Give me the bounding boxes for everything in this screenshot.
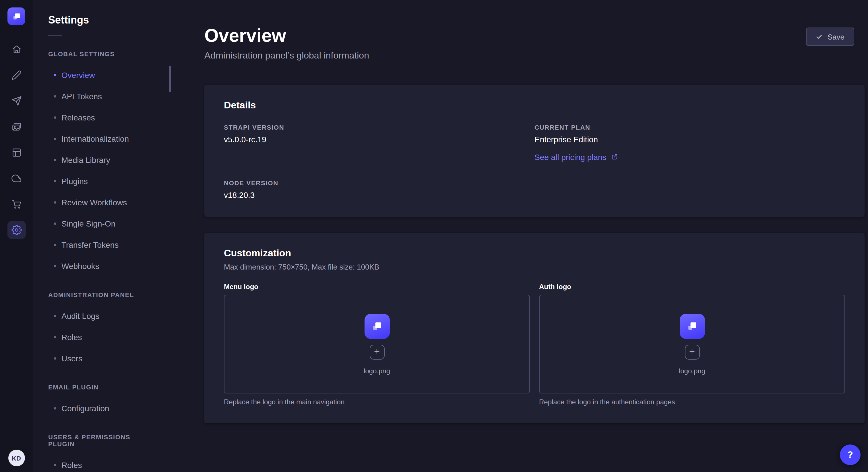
settings-subnav: Settings GLOBAL SETTINGSOverviewAPI Toke… [33, 0, 172, 472]
sidebar-item-label: Overview [61, 70, 95, 79]
save-button-label: Save [828, 32, 844, 41]
page-header-text: Overview Administration panel’s global i… [205, 25, 369, 61]
home-icon[interactable] [7, 40, 26, 59]
bullet-icon [54, 243, 56, 246]
settings-sections: GLOBAL SETTINGSOverviewAPI TokensRelease… [33, 50, 172, 472]
section-label: EMAIL PLUGIN [33, 384, 172, 391]
bullet-icon [54, 95, 56, 97]
sidebar-item-configuration[interactable]: Configuration [33, 398, 172, 419]
detail-field-value: v18.20.3 [224, 191, 534, 200]
uploads-grid: Menu logologo.pngReplace the logo in the… [224, 283, 845, 406]
subnav-scrollbar-thumb[interactable] [169, 66, 171, 92]
sidebar-item-label: Internationalization [61, 134, 129, 143]
sidebar-item-api-tokens[interactable]: API Tokens [33, 86, 172, 107]
cloud-icon[interactable] [7, 169, 26, 188]
strapi-mark-icon [364, 313, 390, 339]
sidebar-item-label: Releases [61, 113, 95, 122]
sidebar-item-label: Webhooks [61, 261, 99, 270]
settings-section: ADMINISTRATION PANELAudit LogsRolesUsers [33, 291, 172, 369]
sidebar-item-label: Roles [61, 460, 82, 469]
logo-dropzone[interactable]: logo.png [224, 295, 530, 394]
sidebar-item-users[interactable]: Users [33, 347, 172, 369]
strapi-logo[interactable] [7, 7, 25, 25]
bullet-icon [54, 265, 56, 267]
detail-field-value: v5.0.0-rc.19 [224, 135, 534, 144]
details-grid: STRAPI VERSIONv5.0.0-rc.19CURRENT PLANEn… [224, 124, 845, 200]
bullet-icon [54, 180, 56, 182]
plus-icon [373, 347, 381, 357]
rail-nav-items [7, 40, 26, 239]
sidebar-item-roles[interactable]: Roles [33, 454, 172, 472]
gear-icon[interactable] [7, 221, 26, 239]
layout-icon[interactable] [7, 143, 26, 162]
sidebar-item-internationalization[interactable]: Internationalization [33, 128, 172, 149]
details-card: Details STRAPI VERSIONv5.0.0-rc.19CURREN… [205, 85, 865, 217]
sidebar-item-audit-logs[interactable]: Audit Logs [33, 305, 172, 326]
detail-field: CURRENT PLANEnterprise EditionSee all pr… [534, 124, 845, 162]
sidebar-item-overview[interactable]: Overview [33, 64, 172, 86]
sidebar-item-label: Roles [61, 332, 82, 341]
save-button[interactable]: Save [806, 28, 854, 46]
sidebar-item-review-workflows[interactable]: Review Workflows [33, 192, 172, 213]
section-items: OverviewAPI TokensReleasesInternationali… [33, 64, 172, 276]
sidebar-item-media-library[interactable]: Media Library [33, 149, 172, 170]
detail-field: STRAPI VERSIONv5.0.0-rc.19 [224, 124, 534, 162]
sidebar-item-transfer-tokens[interactable]: Transfer Tokens [33, 234, 172, 255]
content-area: Details STRAPI VERSIONv5.0.0-rc.19CURREN… [172, 85, 868, 423]
upload-field-label: Auth logo [539, 283, 845, 291]
bullet-icon [54, 201, 56, 203]
section-items: Configuration [33, 398, 172, 419]
settings-section: GLOBAL SETTINGSOverviewAPI TokensRelease… [33, 50, 172, 276]
add-logo-button[interactable] [685, 344, 700, 359]
upload-hint: Replace the logo in the main navigation [224, 398, 530, 406]
strapi-mark-icon [679, 313, 705, 339]
detail-field-label: STRAPI VERSION [224, 124, 534, 131]
sidebar-item-label: Media Library [61, 155, 110, 164]
details-card-title: Details [224, 100, 845, 111]
logo-upload-field-menu-logo: Menu logologo.pngReplace the logo in the… [224, 283, 530, 406]
sidebar-item-label: Review Workflows [61, 198, 127, 207]
upload-field-label: Menu logo [224, 283, 530, 291]
pencil-icon[interactable] [7, 66, 26, 84]
sidebar-item-releases[interactable]: Releases [33, 107, 172, 128]
images-icon[interactable] [7, 117, 26, 136]
main-nav-rail: KD [0, 0, 33, 472]
settings-section: EMAIL PLUGINConfiguration [33, 384, 172, 419]
sidebar-item-single-sign-on[interactable]: Single Sign-On [33, 213, 172, 234]
detail-field-label: CURRENT PLAN [534, 124, 845, 131]
pricing-plans-link[interactable]: See all pricing plans [534, 153, 618, 162]
pricing-plans-link-label: See all pricing plans [534, 153, 607, 162]
logo-filename: logo.png [364, 367, 390, 375]
page-header: Overview Administration panel’s global i… [172, 0, 868, 61]
logo-upload-field-auth-logo: Auth logologo.pngReplace the logo in the… [539, 283, 845, 406]
bullet-icon [54, 74, 56, 76]
cart-icon[interactable] [7, 195, 26, 213]
section-label: ADMINISTRATION PANEL [33, 291, 172, 298]
strapi-mark-icon [11, 11, 22, 22]
subnav-title: Settings [33, 14, 172, 26]
help-button[interactable]: ? [840, 444, 861, 465]
bullet-icon [54, 159, 56, 161]
settings-section: USERS & PERMISSIONS PLUGINRolesProviders [33, 434, 172, 472]
logo-filename: logo.png [679, 367, 705, 375]
customization-card-title: Customization [224, 248, 845, 259]
sidebar-item-label: Single Sign-On [61, 219, 115, 228]
paper-plane-icon[interactable] [7, 92, 26, 110]
sidebar-item-roles[interactable]: Roles [33, 326, 172, 347]
section-label: USERS & PERMISSIONS PLUGIN [33, 434, 172, 447]
section-items: RolesProviders [33, 454, 172, 472]
user-avatar[interactable]: KD [8, 450, 25, 466]
page-subtitle: Administration panel’s global informatio… [205, 50, 369, 61]
add-logo-button[interactable] [369, 344, 384, 359]
plus-icon [688, 347, 696, 357]
sidebar-item-label: Users [61, 353, 82, 363]
sidebar-item-plugins[interactable]: Plugins [33, 170, 172, 192]
sidebar-item-webhooks[interactable]: Webhooks [33, 255, 172, 276]
bullet-icon [54, 357, 56, 359]
customization-card: Customization Max dimension: 750×750, Ma… [205, 233, 865, 423]
logo-dropzone[interactable]: logo.png [539, 295, 845, 394]
sidebar-item-label: Transfer Tokens [61, 240, 119, 249]
section-label: GLOBAL SETTINGS [33, 50, 172, 57]
bullet-icon [54, 314, 56, 317]
bullet-icon [54, 137, 56, 140]
